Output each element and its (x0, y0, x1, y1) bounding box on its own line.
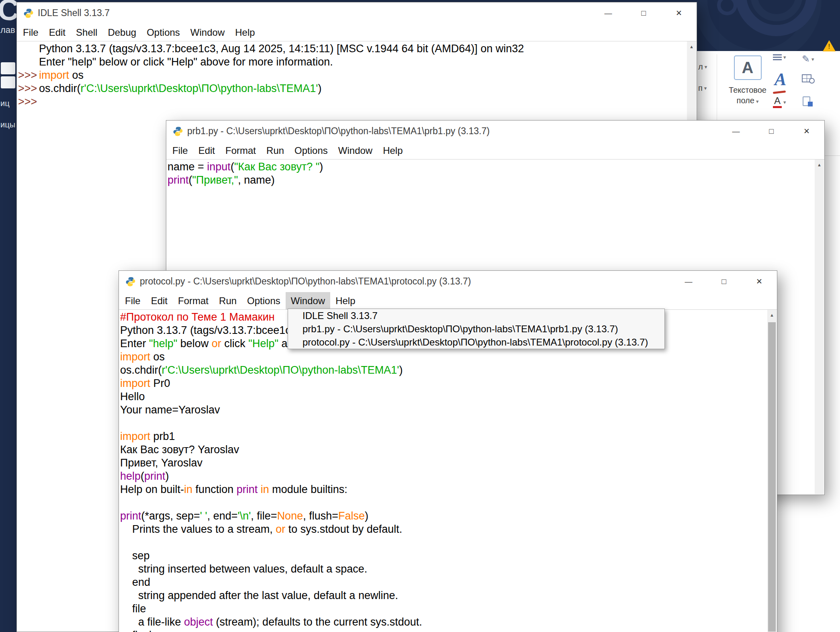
menu-file[interactable]: File (18, 24, 44, 41)
code-line: sep (120, 549, 767, 562)
maximize-icon: □ (721, 277, 726, 286)
minimize-icon: — (685, 277, 693, 286)
clipped-text-fragment: ицы (0, 120, 15, 129)
minimize-button[interactable]: — (591, 2, 626, 24)
menu-format[interactable]: Format (173, 292, 214, 309)
menu-edit[interactable]: Edit (44, 24, 71, 41)
close-button[interactable]: ✕ (789, 121, 824, 142)
color-bar (773, 106, 782, 108)
textbox-gallery-button[interactable]: A Текстовое поле▾ (719, 55, 776, 107)
code-line: string inserted between values, default … (120, 562, 767, 576)
minimize-icon: — (605, 9, 612, 18)
titlebar[interactable]: prb1.py - C:\Users\uprkt\Desktop\ПО\pyth… (166, 121, 824, 142)
minimize-button[interactable]: — (718, 121, 754, 142)
python-icon (23, 8, 34, 18)
code-line: Как Вас зовут? Yaroslav (120, 443, 767, 456)
code-line: flush (120, 629, 767, 632)
menubar: FileEditFormatRunOptionsWindowHelp (166, 142, 824, 160)
chevron-down-icon: ▾ (783, 99, 786, 105)
menu-debug[interactable]: Debug (102, 24, 141, 41)
menu-format[interactable]: Format (220, 142, 261, 159)
code-line: a file-like object (stream); defaults to… (120, 616, 767, 629)
shell-prompt: >>> (18, 82, 39, 95)
menu-shell[interactable]: Shell (71, 24, 102, 41)
code-line: Python 3.13.7 (tags/v3.13.7:bcee1c3, Aug… (18, 42, 687, 55)
window-menu-item[interactable]: prb1.py - C:\Users\uprkt\Desktop\ПО\pyth… (288, 322, 664, 335)
textbox-icon: A (734, 55, 762, 80)
menu-window[interactable]: Window (333, 142, 378, 159)
ribbon-clipped-label: п (698, 84, 703, 93)
clock-icon (809, 78, 815, 84)
code-line: import prb1 (120, 430, 767, 443)
code-line: Привет, Yaroslav (120, 456, 767, 470)
maximize-icon: □ (769, 127, 773, 136)
code-line: Your name=Yaroslav (120, 403, 767, 417)
editor-text-area[interactable]: #Протокол по Теме 1 МамакинPython 3.13.7… (119, 310, 767, 632)
page-copy-button[interactable] (803, 96, 813, 106)
textbox-button-label: Текстовое поле▾ (719, 85, 776, 107)
code-line: end (120, 576, 767, 589)
scrollbar[interactable]: ▲ (815, 160, 824, 494)
menu-help[interactable]: Help (330, 292, 360, 309)
code-line: Help on built-in function print in modul… (120, 483, 767, 496)
wordart-button[interactable]: A (771, 71, 792, 94)
menu-run[interactable]: Run (214, 292, 242, 309)
scroll-up-icon[interactable]: ▲ (767, 310, 777, 320)
font-color-button[interactable]: А ▾ (773, 96, 786, 108)
chevron-down-icon: ▾ (705, 64, 707, 70)
menu-options[interactable]: Options (289, 142, 333, 159)
menu-window[interactable]: Window (185, 24, 230, 41)
caption-buttons: — □ ✕ (591, 2, 697, 24)
menu-file[interactable]: File (167, 142, 193, 159)
menu-run[interactable]: Run (261, 142, 289, 159)
code-line: print("Привет,", name) (168, 174, 815, 187)
menu-options[interactable]: Options (242, 292, 286, 309)
ribbon-clipped-control[interactable]: л▾ (698, 62, 707, 72)
menu-help[interactable]: Help (378, 142, 408, 159)
ribbon-clipped-label: л (698, 62, 703, 72)
scroll-up-icon[interactable]: ▲ (815, 160, 824, 170)
menubar: FileEditFormatRunOptionsWindowHelp (119, 292, 777, 310)
menu-options[interactable]: Options (141, 24, 185, 41)
caption-buttons: — □ ✕ (718, 121, 824, 142)
window-menu-item[interactable]: IDLE Shell 3.13.7 (288, 309, 664, 322)
chevron-down-icon: ▾ (811, 56, 814, 62)
window-menu-dropdown: IDLE Shell 3.13.7prb1.py - C:\Users\uprk… (288, 309, 665, 349)
menu-help[interactable]: Help (230, 24, 260, 41)
menu-file[interactable]: File (120, 292, 146, 309)
close-button[interactable]: ✕ (742, 271, 777, 292)
menu-window[interactable]: Window (286, 292, 330, 309)
code-line: name = input("Как Вас зовут? ") (168, 160, 815, 174)
minimize-button[interactable]: — (671, 271, 706, 292)
code-line: Enter "help" below or click "Help" above… (18, 55, 687, 69)
maximize-button[interactable]: □ (706, 271, 742, 292)
text-direction-button[interactable]: ▾ (773, 54, 786, 60)
window-protocol-editor: protocol.py - C:\Users\uprkt\Desktop\ПО\… (119, 270, 777, 632)
maximize-button[interactable]: □ (626, 2, 661, 24)
chevron-down-icon: ▾ (783, 54, 786, 60)
close-button[interactable]: ✕ (661, 2, 697, 24)
blue-chip-icon (808, 102, 813, 106)
scroll-up-icon[interactable]: ▲ (687, 41, 696, 52)
titlebar[interactable]: protocol.py - C:\Users\uprkt\Desktop\ПО\… (119, 271, 777, 292)
window-menu-item[interactable]: protocol.py - C:\Users\uprkt\Desktop\ПО\… (288, 335, 664, 349)
scrollbar[interactable]: ▲ (767, 310, 777, 632)
background-banner (697, 0, 840, 51)
scrollbar-thumb[interactable] (768, 322, 776, 632)
clipped-text-fragment: иц (0, 99, 10, 108)
clipped-text-fragment: лав (0, 25, 15, 35)
caption-buttons: — □ ✕ (671, 271, 777, 292)
titlebar[interactable]: IDLE Shell 3.13.7 — □ ✕ (17, 2, 697, 24)
table-clock-button[interactable] (802, 73, 815, 84)
ribbon-clipped-control[interactable]: п▾ (698, 84, 707, 93)
code-line: Hello (120, 390, 767, 403)
maximize-button[interactable]: □ (754, 121, 789, 142)
menu-edit[interactable]: Edit (146, 292, 173, 309)
desktop: C лав иц ицы л▾ п▾ A Текстовое поле▾ ▾ (0, 0, 840, 632)
code-line: Prints the values to a stream, or to sys… (120, 523, 767, 536)
text-lines-icon (773, 54, 782, 60)
background-left-edge: C лав иц ицы (0, 0, 16, 632)
table-icon (1, 62, 15, 90)
draw-button[interactable]: ✎▾ (802, 54, 814, 64)
menu-edit[interactable]: Edit (193, 142, 220, 159)
